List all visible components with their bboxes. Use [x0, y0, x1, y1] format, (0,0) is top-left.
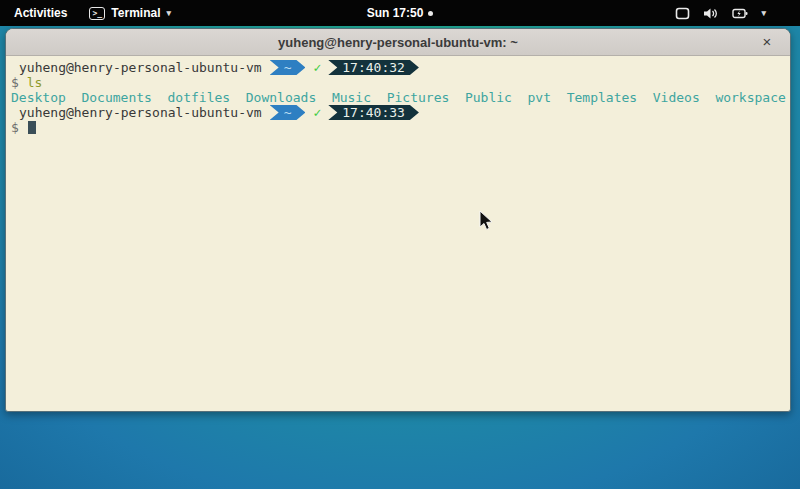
prompt-user-host: yuheng@henry-personal-ubuntu-vm: [11, 60, 262, 75]
dir-entry: Documents: [81, 90, 151, 105]
terminal-window: yuheng@henry-personal-ubuntu-vm: ~ × yuh…: [5, 28, 791, 412]
dropdown-caret-icon: ▾: [761, 9, 766, 18]
prompt-time: 17:40:33: [342, 105, 405, 120]
command-text: ls: [27, 75, 43, 90]
prompt-symbol: $: [11, 75, 19, 90]
dir-entry: dotfiles: [168, 90, 231, 105]
dir-entry: Desktop: [11, 90, 66, 105]
text-cursor: [28, 121, 36, 134]
check-icon: ✓: [313, 60, 321, 75]
app-menu-terminal[interactable]: >_ Terminal ▾: [89, 6, 171, 20]
dir-entry: Downloads: [246, 90, 316, 105]
top-bar: Activities >_ Terminal ▾ Sun 17:50: [0, 0, 800, 26]
prompt-line: yuheng@henry-personal-ubuntu-vm ~ ✓ 17:4…: [11, 60, 790, 75]
input-line[interactable]: $: [11, 120, 790, 135]
dir-entry: Videos: [653, 90, 700, 105]
system-tray[interactable]: ▾: [675, 7, 800, 20]
prompt-user-host: yuheng@henry-personal-ubuntu-vm: [11, 105, 262, 120]
dir-entry: workspace: [715, 90, 785, 105]
prompt-symbol: $: [11, 120, 19, 135]
prompt-cwd: ~: [284, 60, 292, 75]
top-bar-left: Activities >_ Terminal ▾: [0, 4, 171, 22]
activities-button[interactable]: Activities: [10, 4, 71, 22]
check-icon: ✓: [313, 105, 321, 120]
app-menu-label: Terminal: [111, 6, 160, 20]
close-icon[interactable]: ×: [758, 33, 776, 51]
command-line: $ ls: [11, 75, 790, 90]
dir-entry: pvt: [528, 90, 551, 105]
dir-entry: Pictures: [387, 90, 450, 105]
battery-charging-icon: [732, 7, 748, 20]
terminal-content[interactable]: yuheng@henry-personal-ubuntu-vm ~ ✓ 17:4…: [6, 56, 790, 135]
chevron-down-icon: ▾: [166, 9, 171, 18]
dir-entry: Music: [332, 90, 371, 105]
notification-dot-icon: [428, 11, 433, 16]
prompt-cwd-segment: ~: [270, 60, 306, 75]
window-title: yuheng@henry-personal-ubuntu-vm: ~: [278, 35, 518, 50]
prompt-time-segment: 17:40:32: [328, 60, 419, 75]
terminal-icon: >_: [89, 7, 105, 20]
prompt-cwd-segment: ~: [270, 105, 306, 120]
prompt-cwd: ~: [284, 105, 292, 120]
volume-icon: [703, 7, 719, 20]
dir-entry: Templates: [567, 90, 637, 105]
display-icon: [675, 7, 690, 20]
ls-output-line: Desktop Documents dotfiles Downloads Mus…: [11, 90, 790, 105]
window-titlebar[interactable]: yuheng@henry-personal-ubuntu-vm: ~ ×: [6, 29, 790, 56]
prompt-time-segment: 17:40:33: [328, 105, 419, 120]
dir-entry: Public: [465, 90, 512, 105]
mouse-pointer-icon: [479, 210, 495, 236]
prompt-time: 17:40:32: [342, 60, 405, 75]
prompt-line: yuheng@henry-personal-ubuntu-vm ~ ✓ 17:4…: [11, 105, 790, 120]
clock-label[interactable]: Sun 17:50: [367, 6, 424, 20]
